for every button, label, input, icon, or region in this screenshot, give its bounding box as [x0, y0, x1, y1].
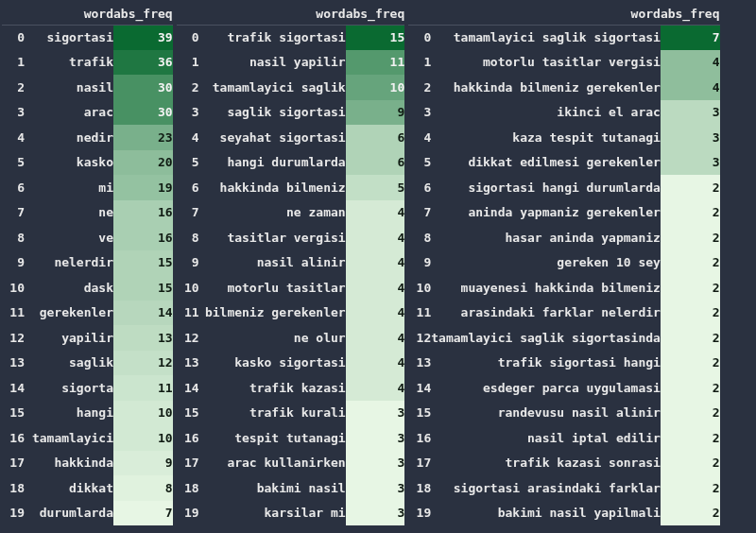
- row-index: 13: [2, 351, 25, 376]
- row-word: trafik kazasi sonrasi: [431, 451, 661, 476]
- row-word: kasko: [25, 150, 113, 176]
- row-freq: 15: [113, 275, 173, 301]
- row-index: 6: [177, 175, 199, 200]
- row-freq: 10: [113, 401, 173, 426]
- row-freq: 23: [113, 125, 173, 150]
- row-index: 10: [177, 275, 199, 301]
- row-index: 9: [177, 250, 199, 276]
- table-row: 17arac kullanirken3: [177, 451, 405, 476]
- table-row: 7ne zaman4: [177, 200, 405, 226]
- row-word: trafik kurali: [199, 401, 346, 426]
- row-freq: 2: [661, 325, 720, 351]
- row-word: nasil: [25, 75, 113, 100]
- table-row: 12yapilir13: [2, 325, 173, 351]
- row-word: mi: [25, 175, 113, 200]
- table-row: 11gerekenler14: [2, 301, 173, 326]
- row-freq: 12: [113, 351, 173, 376]
- row-word: saglik: [25, 351, 113, 376]
- table-row: 0sigortasi39: [2, 25, 173, 50]
- row-word: ne zaman: [199, 200, 346, 226]
- row-index: 15: [177, 401, 199, 426]
- row-freq: 9: [113, 451, 173, 476]
- row-word: trafik kazasi: [199, 375, 346, 401]
- row-index: 8: [408, 225, 431, 250]
- header-freq: abs_freq: [661, 4, 720, 25]
- row-freq: 7: [113, 501, 173, 526]
- row-freq: 4: [346, 301, 405, 326]
- row-word: ne olur: [199, 325, 346, 351]
- row-index: 12: [408, 325, 431, 351]
- row-word: durumlarda: [25, 501, 113, 526]
- row-word: bilmeniz gerekenler: [199, 301, 346, 326]
- row-word: sigortasi: [25, 25, 113, 50]
- row-index: 10: [2, 275, 25, 301]
- row-index: 18: [408, 475, 431, 501]
- table-row: 18bakimi nasil3: [177, 475, 405, 501]
- row-word: ve: [25, 225, 113, 250]
- row-freq: 13: [113, 325, 173, 351]
- header-index: [177, 4, 199, 25]
- row-word: ne: [25, 200, 113, 226]
- row-freq: 10: [113, 425, 173, 451]
- table-row: 10dask15: [2, 275, 173, 301]
- table-row: 13saglik12: [2, 351, 173, 376]
- header-index: [2, 4, 25, 25]
- row-word: muayenesi hakkinda bilmeniz: [431, 275, 661, 301]
- row-freq: 2: [661, 425, 720, 451]
- row-word: seyahat sigortasi: [199, 125, 346, 150]
- table-row: 14trafik kazasi4: [177, 375, 405, 401]
- row-freq: 3: [661, 100, 720, 126]
- row-index: 7: [408, 200, 431, 226]
- table-row: 5kasko20: [2, 150, 173, 176]
- table-row: 17hakkinda9: [2, 451, 173, 476]
- table-row: 3arac30: [2, 100, 173, 126]
- row-freq: 10: [346, 75, 405, 100]
- row-freq: 2: [661, 351, 720, 376]
- row-index: 0: [408, 25, 431, 50]
- table-row: 15randevusu nasil alinir2: [408, 401, 719, 426]
- row-word: nasil iptal edilir: [431, 425, 661, 451]
- row-index: 13: [177, 351, 199, 376]
- row-index: 1: [177, 50, 199, 76]
- row-index: 19: [177, 501, 199, 526]
- row-word: hakkinda bilmeniz: [199, 175, 346, 200]
- row-word: nedir: [25, 125, 113, 150]
- row-freq: 3: [346, 451, 405, 476]
- table-row: 19durumlarda7: [2, 501, 173, 526]
- row-index: 5: [408, 150, 431, 176]
- row-freq: 3: [346, 401, 405, 426]
- row-index: 11: [408, 301, 431, 326]
- table-row: 1nasil yapilir11: [177, 50, 405, 76]
- row-index: 14: [408, 375, 431, 401]
- row-freq: 11: [113, 375, 173, 401]
- row-index: 7: [177, 200, 199, 226]
- row-index: 15: [2, 401, 25, 426]
- row-word: sigorta: [25, 375, 113, 401]
- row-freq: 6: [346, 125, 405, 150]
- row-freq: 3: [346, 475, 405, 501]
- row-word: hakkinda: [25, 451, 113, 476]
- row-freq: 8: [113, 475, 173, 501]
- row-freq: 3: [661, 125, 720, 150]
- row-index: 12: [2, 325, 25, 351]
- row-freq: 4: [346, 325, 405, 351]
- table-row: 15trafik kurali3: [177, 401, 405, 426]
- row-word: nasil alinir: [199, 250, 346, 276]
- row-word: dikkat: [25, 475, 113, 501]
- row-index: 17: [2, 451, 25, 476]
- table-row: 14sigorta11: [2, 375, 173, 401]
- row-word: saglik sigortasi: [199, 100, 346, 126]
- row-index: 8: [2, 225, 25, 250]
- table-row: 6sigortasi hangi durumlarda2: [408, 175, 719, 200]
- freq-table-0: wordabs_freq0sigortasi391trafik362nasil3…: [2, 4, 173, 525]
- table-row: 19karsilar mi3: [177, 501, 405, 526]
- row-index: 1: [408, 50, 431, 76]
- row-word: dikkat edilmesi gerekenler: [431, 150, 661, 176]
- row-freq: 39: [113, 25, 173, 50]
- header-word: word: [199, 4, 346, 25]
- row-word: tasitlar vergisi: [199, 225, 346, 250]
- row-index: 2: [177, 75, 199, 100]
- row-index: 17: [177, 451, 199, 476]
- row-freq: 2: [661, 401, 720, 426]
- row-word: tespit tutanagi: [199, 425, 346, 451]
